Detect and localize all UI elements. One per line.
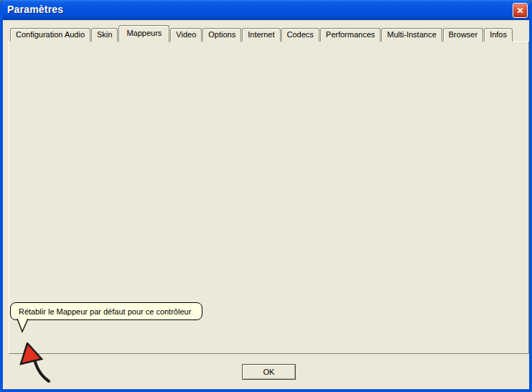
settings-dialog: Paramètres ✕ Configuration AudioSkinMapp…	[0, 0, 532, 392]
tooltip-text: Rétablir le Mappeur par défaut pour ce c…	[19, 307, 191, 316]
ok-button[interactable]: OK	[242, 364, 296, 380]
tab-strip: Configuration AudioSkinMappeursVideoOpti…	[10, 24, 513, 42]
close-icon: ✕	[516, 6, 523, 16]
tab-infos[interactable]: Infos	[484, 28, 513, 42]
tab-browser[interactable]: Browser	[443, 28, 483, 42]
ok-label: OK	[263, 368, 275, 376]
tab-performances[interactable]: Performances	[320, 28, 381, 42]
tooltip-balloon: Rétablir le Mappeur par défaut pour ce c…	[10, 302, 202, 320]
window-title: Paramètres	[7, 4, 63, 15]
tab-configuration-audio[interactable]: Configuration Audio	[10, 28, 90, 42]
tab-options[interactable]: Options	[202, 28, 241, 42]
tooltip-tail	[17, 319, 29, 333]
tab-codecs[interactable]: Codecs	[281, 28, 319, 42]
tab-skin[interactable]: Skin	[91, 28, 118, 42]
tab-multi-instance[interactable]: Multi-Instance	[381, 28, 442, 42]
close-button[interactable]: ✕	[513, 3, 528, 18]
tab-video[interactable]: Video	[170, 28, 202, 42]
tab-internet[interactable]: Internet	[242, 28, 280, 42]
tab-mappeurs[interactable]: Mappeurs	[118, 25, 169, 42]
title-bar[interactable]: Paramètres ✕	[0, 0, 532, 20]
